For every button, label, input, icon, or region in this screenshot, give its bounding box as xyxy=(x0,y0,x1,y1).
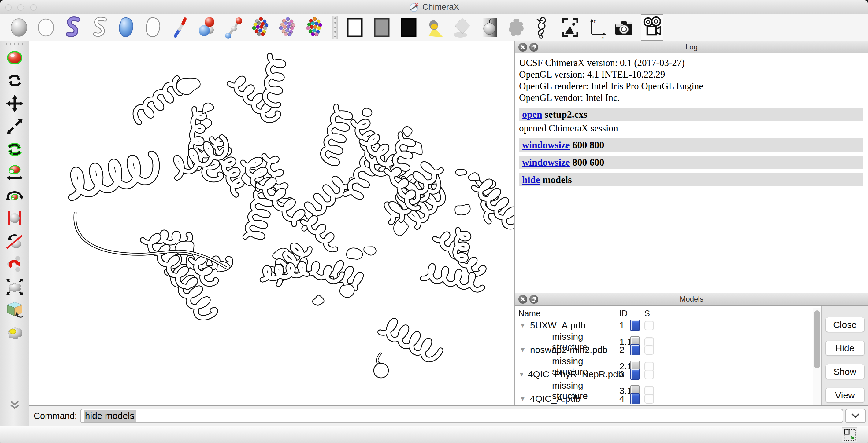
graphics-canvas[interactable] xyxy=(29,41,514,405)
window-resize-button[interactable] xyxy=(842,428,857,442)
mouse-mode-zoom-button[interactable] xyxy=(5,117,24,136)
surface-shown-icon xyxy=(117,16,137,39)
mouse-mode-move-planes-button[interactable] xyxy=(5,300,24,319)
rotate-icon xyxy=(5,71,24,90)
toolbar-separator xyxy=(332,15,338,39)
sphere-style-icon xyxy=(197,16,217,39)
stick-style-icon xyxy=(170,16,190,39)
model-row[interactable]: missing structure1.1 xyxy=(515,332,813,344)
collapse-toolbar-button[interactable] xyxy=(9,401,20,411)
command-history-dropdown[interactable] xyxy=(845,409,866,423)
window-resize-icon xyxy=(843,428,856,441)
shadow-silhouette-button[interactable] xyxy=(506,15,526,39)
mouse-mode-rotate-selected-button[interactable] xyxy=(5,140,24,159)
column-header-id[interactable]: ID xyxy=(619,309,630,317)
model-row[interactable]: ▼5UXW_A.pdb1 xyxy=(515,319,813,332)
model-shown-checkbox[interactable] xyxy=(644,370,654,379)
model-shown-checkbox[interactable] xyxy=(644,321,654,330)
clip-rotate-icon xyxy=(5,232,24,250)
column-header-color[interactable] xyxy=(630,309,644,317)
black-background-button[interactable] xyxy=(399,15,419,39)
model-shown-checkbox[interactable] xyxy=(644,345,654,355)
mouse-mode-contour-level-button[interactable] xyxy=(5,277,24,296)
style-toolbar: yx xyxy=(0,14,868,41)
log-command-link[interactable]: windowsize xyxy=(522,157,570,168)
atoms-shown-button[interactable] xyxy=(9,15,29,39)
atoms-hidden-button[interactable] xyxy=(36,15,56,39)
full-lighting-button[interactable] xyxy=(479,15,499,39)
model-color-swatch[interactable] xyxy=(630,344,640,355)
expander-triangle-icon[interactable]: ▼ xyxy=(519,346,527,353)
chimerax-window: ChimeraX yx Log UCSF ChimeraX version: 0… xyxy=(0,0,868,443)
shadow-silhouette-icon xyxy=(506,16,526,39)
model-row[interactable]: ▼4QIC_PhyR_NepR.pdb3 xyxy=(515,368,813,380)
model-shown-checkbox[interactable] xyxy=(644,394,654,404)
mouse-mode-translate-button[interactable] xyxy=(5,94,24,113)
white-background-button[interactable] xyxy=(345,15,365,39)
column-header-name[interactable]: Name xyxy=(519,309,619,317)
color-by-chain-button[interactable] xyxy=(278,15,298,39)
gray-background-button[interactable] xyxy=(372,15,392,39)
rotate-selected-icon xyxy=(5,140,24,159)
cartoon-shown-button[interactable] xyxy=(63,15,83,39)
move-planes-icon xyxy=(5,301,24,319)
atoms-hidden-icon xyxy=(36,16,56,39)
snapshot-button[interactable] xyxy=(614,15,634,39)
expander-triangle-icon[interactable]: ▼ xyxy=(519,371,525,378)
log-command-link[interactable]: hide xyxy=(522,174,540,185)
surface-shown-button[interactable] xyxy=(117,15,137,39)
double-chevron-down-icon xyxy=(9,401,20,410)
window-titlebar[interactable]: ChimeraX xyxy=(0,0,868,14)
sphere-style-button[interactable] xyxy=(197,15,217,39)
black-background-icon xyxy=(399,16,419,39)
simple-lighting-button[interactable] xyxy=(426,15,445,39)
model-color-swatch[interactable] xyxy=(630,369,640,380)
mouse-mode-translate-selected-button[interactable] xyxy=(5,163,24,182)
log-command-row: windowsize 800 600 xyxy=(519,156,863,169)
model-color-swatch[interactable] xyxy=(630,393,640,404)
mouse-mode-select-button[interactable] xyxy=(5,48,24,67)
view-models-button[interactable]: View xyxy=(826,388,865,403)
ball-stick-style-button[interactable] xyxy=(224,15,244,39)
spin-movie-button[interactable] xyxy=(641,14,663,41)
view-all-button[interactable] xyxy=(560,15,580,39)
model-id: 2 xyxy=(619,345,630,355)
surface-hidden-button[interactable] xyxy=(144,15,164,39)
close-models-button[interactable]: Close xyxy=(826,317,865,332)
model-row[interactable]: ▼4QIC_A.pdb4 xyxy=(515,393,813,405)
model-id: 4 xyxy=(619,394,630,404)
column-header-shown[interactable]: S xyxy=(644,309,813,317)
ball-stick-style-icon xyxy=(224,16,244,39)
mouse-mode-rotate-about-button[interactable] xyxy=(5,186,24,205)
log-command-link[interactable]: open xyxy=(522,109,542,120)
models-scrollbar[interactable] xyxy=(813,308,821,405)
toolbar-drag-handle[interactable] xyxy=(0,41,29,45)
orient-axes-button[interactable]: yx xyxy=(587,15,607,39)
stick-style-button[interactable] xyxy=(170,15,190,39)
soft-lighting-button[interactable] xyxy=(452,15,472,39)
mouse-mode-rotate-button[interactable] xyxy=(5,71,24,90)
scrollbar-thumb[interactable] xyxy=(814,310,820,369)
atoms-shown-icon xyxy=(9,16,29,39)
color-by-element-button[interactable] xyxy=(251,15,271,39)
cartoon-hidden-button[interactable] xyxy=(90,15,110,39)
expander-triangle-icon[interactable]: ▼ xyxy=(519,322,527,329)
model-row[interactable]: ▼noswap2-min2.pdb2 xyxy=(515,344,813,356)
hide-models-button[interactable]: Hide xyxy=(826,341,865,355)
mouse-mode-blob-zone-button[interactable] xyxy=(5,323,24,342)
model-color-swatch[interactable] xyxy=(630,320,640,331)
models-panel-header: Models xyxy=(515,293,868,306)
surface-hidden-icon xyxy=(144,16,164,39)
bond-rotate-icon xyxy=(5,255,24,273)
mouse-mode-bond-rotate-button[interactable] xyxy=(5,254,24,273)
expander-triangle-icon[interactable]: ▼ xyxy=(519,395,527,402)
log-command-link[interactable]: windowsize xyxy=(522,139,570,150)
command-input[interactable]: hide models xyxy=(80,409,843,423)
model-row[interactable]: missing structure3.1 xyxy=(515,380,813,393)
show-models-button[interactable]: Show xyxy=(826,364,865,379)
color-rainbow-button[interactable] xyxy=(305,15,325,39)
mouse-mode-clip-button[interactable] xyxy=(5,209,24,228)
model-row[interactable]: missing structure2.1 xyxy=(515,356,813,368)
seahorse-button[interactable] xyxy=(533,15,553,39)
mouse-mode-clip-rotate-button[interactable] xyxy=(5,232,24,250)
